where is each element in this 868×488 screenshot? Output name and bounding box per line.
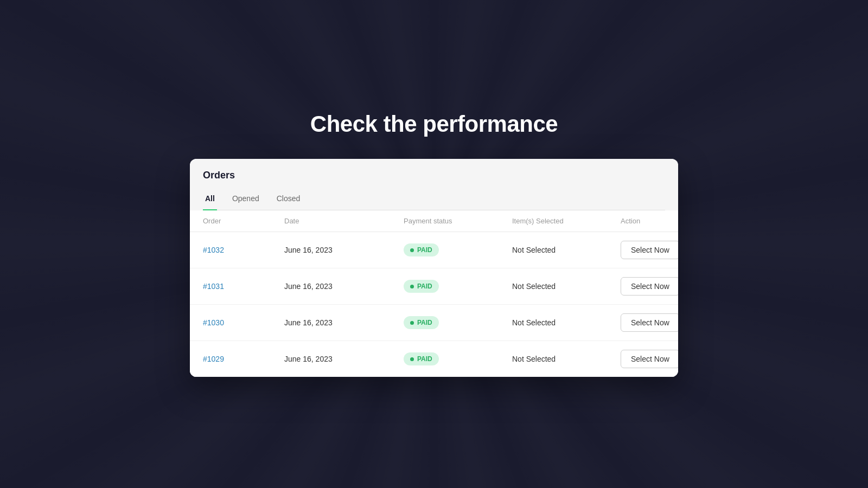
payment-badge-1032: PAID [404, 243, 439, 256]
order-link-1032[interactable]: #1032 [203, 246, 224, 254]
table-row: #1029 June 16, 2023 PAID Not Selected Se… [190, 341, 678, 377]
order-id-cell: #1031 [203, 281, 284, 291]
col-header-items: Item(s) Selected [512, 217, 621, 225]
orders-title: Orders [203, 170, 665, 181]
table-container: Order Date Payment status Item(s) Select… [190, 210, 678, 377]
order-link-1030[interactable]: #1030 [203, 318, 224, 327]
col-header-date: Date [284, 217, 404, 225]
select-now-button-1029[interactable]: Select Now [621, 350, 678, 368]
badge-label: PAID [417, 319, 432, 326]
payment-badge-1029: PAID [404, 352, 439, 365]
date-cell-1030: June 16, 2023 [284, 318, 404, 327]
col-header-order: Order [203, 217, 284, 225]
badge-dot [410, 357, 414, 361]
payment-badge-1031: PAID [404, 280, 439, 293]
badge-dot [410, 248, 414, 252]
action-cell-1029: Select Now [621, 350, 678, 368]
page-content: Check the performance Orders All Opened … [0, 111, 868, 377]
order-id-cell: #1032 [203, 245, 284, 255]
select-now-button-1032[interactable]: Select Now [621, 241, 678, 259]
payment-cell-1032: PAID [404, 243, 512, 256]
payment-cell-1030: PAID [404, 316, 512, 329]
action-cell-1032: Select Now [621, 241, 678, 259]
tab-all[interactable]: All [203, 190, 217, 210]
orders-header: Orders All Opened Closed [190, 159, 678, 210]
tab-closed[interactable]: Closed [275, 190, 303, 210]
badge-label: PAID [417, 282, 432, 290]
badge-dot [410, 285, 414, 288]
col-header-payment: Payment status [404, 217, 512, 225]
table-row: #1031 June 16, 2023 PAID Not Selected Se… [190, 268, 678, 305]
order-link-1029[interactable]: #1029 [203, 355, 224, 363]
order-id-cell: #1030 [203, 318, 284, 328]
badge-dot [410, 321, 414, 325]
order-link-1031[interactable]: #1031 [203, 282, 224, 291]
action-cell-1030: Select Now [621, 313, 678, 332]
payment-cell-1031: PAID [404, 280, 512, 293]
select-now-button-1030[interactable]: Select Now [621, 313, 678, 332]
table-row: #1032 June 16, 2023 PAID Not Selected Se… [190, 232, 678, 268]
date-cell-1029: June 16, 2023 [284, 355, 404, 363]
badge-label: PAID [417, 246, 432, 254]
items-cell-1030: Not Selected [512, 318, 621, 327]
col-header-action: Action [621, 217, 678, 225]
action-cell-1031: Select Now [621, 277, 678, 296]
orders-card: Orders All Opened Closed Order Date Paym… [190, 159, 678, 377]
page-title: Check the performance [310, 111, 558, 137]
date-cell-1032: June 16, 2023 [284, 246, 404, 254]
order-id-cell: #1029 [203, 354, 284, 364]
items-cell-1031: Not Selected [512, 282, 621, 291]
items-cell-1029: Not Selected [512, 355, 621, 363]
items-cell-1032: Not Selected [512, 246, 621, 254]
tabs-container: All Opened Closed [203, 190, 665, 210]
payment-cell-1029: PAID [404, 352, 512, 365]
date-cell-1031: June 16, 2023 [284, 282, 404, 291]
select-now-button-1031[interactable]: Select Now [621, 277, 678, 296]
tab-opened[interactable]: Opened [230, 190, 261, 210]
payment-badge-1030: PAID [404, 316, 439, 329]
table-header: Order Date Payment status Item(s) Select… [190, 210, 678, 232]
badge-label: PAID [417, 355, 432, 363]
table-row: #1030 June 16, 2023 PAID Not Selected Se… [190, 305, 678, 341]
